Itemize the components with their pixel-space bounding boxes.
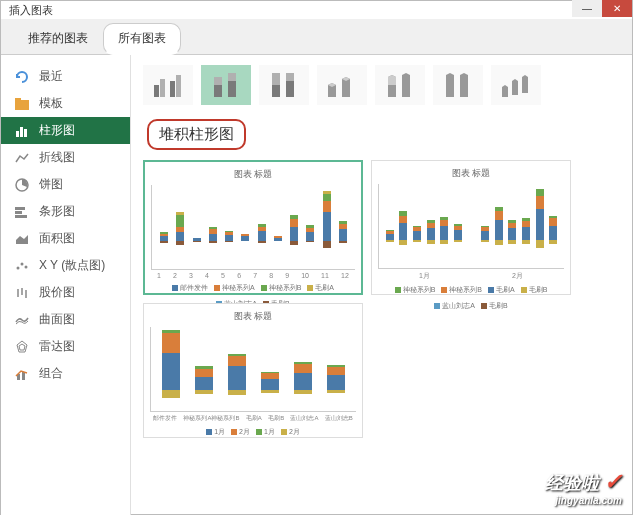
subtype-3d-100stacked[interactable] — [433, 65, 483, 105]
subtype-clustered[interactable] — [143, 65, 193, 105]
scatter-chart-icon — [13, 259, 31, 273]
svg-rect-25 — [214, 77, 222, 85]
sidebar-item-label: 曲面图 — [39, 311, 75, 328]
titlebar: 插入图表 — ✕ — [1, 1, 632, 19]
subtype-stacked[interactable] — [201, 65, 251, 105]
tab-bar: 推荐的图表 所有图表 — [1, 19, 632, 55]
svg-rect-20 — [154, 85, 159, 97]
sidebar-item-recent[interactable]: 最近 — [1, 63, 130, 90]
tab-recommended[interactable]: 推荐的图表 — [13, 23, 103, 54]
sidebar-item-line[interactable]: 折线图 — [1, 144, 130, 171]
sidebar-item-label: 面积图 — [39, 230, 75, 247]
svg-point-10 — [17, 266, 20, 269]
svg-rect-6 — [15, 207, 25, 210]
sidebar-item-scatter[interactable]: X Y (散点图) — [1, 252, 130, 279]
preview-title: 图表 标题 — [151, 168, 355, 181]
preview-chart — [378, 184, 564, 269]
sidebar: 最近 模板 柱形图 折线图 饼图 条形图 — [1, 55, 131, 515]
chart-subtitle: 堆积柱形图 — [147, 119, 246, 150]
sidebar-item-label: 模板 — [39, 95, 63, 112]
stock-chart-icon — [13, 286, 31, 300]
sidebar-item-label: 股价图 — [39, 284, 75, 301]
svg-marker-39 — [446, 73, 454, 97]
sidebar-item-label: 饼图 — [39, 176, 63, 193]
svg-rect-22 — [170, 81, 175, 97]
column-chart-icon — [13, 124, 31, 138]
svg-marker-37 — [388, 75, 396, 85]
svg-rect-0 — [15, 100, 29, 110]
svg-rect-21 — [160, 79, 165, 97]
template-icon — [13, 97, 31, 111]
line-chart-icon — [13, 151, 31, 165]
sidebar-item-template[interactable]: 模板 — [1, 90, 130, 117]
pie-chart-icon — [13, 178, 31, 192]
tab-all[interactable]: 所有图表 — [103, 23, 181, 55]
radar-chart-icon — [13, 340, 31, 354]
sidebar-item-surface[interactable]: 曲面图 — [1, 306, 130, 333]
svg-marker-40 — [460, 73, 468, 97]
sidebar-item-label: 雷达图 — [39, 338, 75, 355]
close-button[interactable]: ✕ — [602, 0, 632, 17]
svg-rect-27 — [228, 73, 236, 81]
svg-rect-29 — [272, 85, 280, 97]
sidebar-item-label: 条形图 — [39, 203, 75, 220]
sidebar-item-pie[interactable]: 饼图 — [1, 171, 130, 198]
sidebar-item-stock[interactable]: 股价图 — [1, 279, 130, 306]
preview-chart — [150, 327, 356, 412]
svg-rect-4 — [24, 129, 27, 137]
svg-rect-8 — [15, 215, 27, 218]
svg-rect-1 — [15, 98, 21, 101]
svg-rect-19 — [22, 372, 25, 380]
recent-icon — [13, 70, 31, 84]
subtype-3d-clustered[interactable] — [317, 65, 367, 105]
sidebar-item-area[interactable]: 面积图 — [1, 225, 130, 252]
subtype-3d-column[interactable] — [491, 65, 541, 105]
preview-1[interactable]: 图表 标题 123456789101112 邮件发件神秘系列A神秘系列B毛刷A蓝… — [143, 160, 363, 295]
preview-2[interactable]: 图表 标题 1月2月 神秘系列B神秘系列B毛刷A毛刷B蓝山刘志A毛刷B — [371, 160, 571, 295]
watermark: 经验啦 ✓ jingyanla.com — [545, 469, 622, 506]
svg-rect-31 — [286, 81, 294, 97]
bar-chart-icon — [13, 205, 31, 219]
sidebar-item-label: 柱形图 — [39, 122, 75, 139]
sidebar-item-column[interactable]: 柱形图 — [1, 117, 130, 144]
svg-rect-7 — [15, 211, 22, 214]
sidebar-item-label: 折线图 — [39, 149, 75, 166]
svg-marker-42 — [512, 79, 518, 95]
svg-marker-41 — [502, 85, 508, 97]
window-title: 插入图表 — [9, 4, 53, 16]
sidebar-item-bar[interactable]: 条形图 — [1, 198, 130, 225]
preview-chart — [151, 185, 355, 270]
sidebar-item-radar[interactable]: 雷达图 — [1, 333, 130, 360]
main-panel: 堆积柱形图 图表 标题 123456789101112 邮件发件神秘系列A神秘系… — [131, 55, 632, 515]
svg-rect-26 — [228, 81, 236, 97]
surface-chart-icon — [13, 313, 31, 327]
preview-grid: 图表 标题 123456789101112 邮件发件神秘系列A神秘系列B毛刷A蓝… — [143, 160, 620, 438]
svg-marker-9 — [16, 235, 28, 244]
subtype-row — [143, 65, 620, 105]
subtype-100stacked[interactable] — [259, 65, 309, 105]
area-chart-icon — [13, 232, 31, 246]
preview-3[interactable]: 图表 标题 邮件发件神秘系列A神秘系列B毛刷A毛刷B蓝山刘志A蓝山刘志B 1月2… — [143, 303, 363, 438]
svg-rect-3 — [20, 127, 23, 137]
svg-point-11 — [21, 262, 24, 265]
svg-rect-2 — [16, 131, 19, 137]
svg-rect-23 — [176, 75, 181, 97]
sidebar-item-label: 最近 — [39, 68, 63, 85]
svg-marker-43 — [522, 75, 528, 93]
sidebar-item-combo[interactable]: 组合 — [1, 360, 130, 387]
svg-marker-38 — [402, 73, 410, 97]
preview-title: 图表 标题 — [150, 310, 356, 323]
subtype-3d-stacked[interactable] — [375, 65, 425, 105]
svg-marker-17 — [19, 344, 25, 350]
preview-title: 图表 标题 — [378, 167, 564, 180]
sidebar-item-label: 组合 — [39, 365, 63, 382]
minimize-button[interactable]: — — [572, 0, 602, 17]
svg-rect-24 — [214, 85, 222, 97]
svg-point-12 — [25, 265, 28, 268]
combo-chart-icon — [13, 367, 31, 381]
sidebar-item-label: X Y (散点图) — [39, 257, 105, 274]
